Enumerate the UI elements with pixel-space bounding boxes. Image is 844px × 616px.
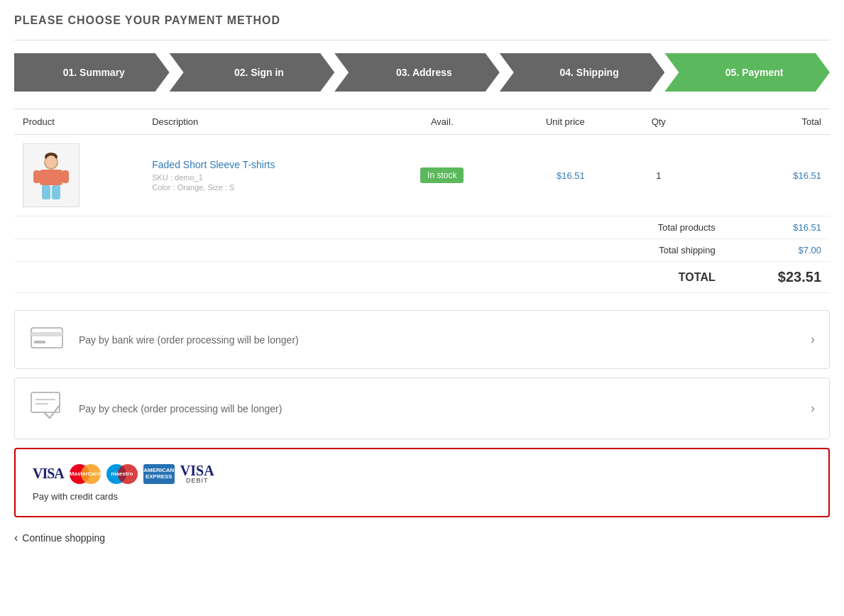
col-header-total: Total [724,109,830,135]
check-icon [29,391,65,426]
product-image-cell [14,135,143,216]
total-products-row: Total products $16.51 [14,216,830,239]
svg-rect-3 [40,170,62,185]
product-sku: SKU : demo_1 [152,173,380,182]
product-total-cell: $16.51 [724,135,830,216]
col-header-qty: Qty [593,109,724,135]
bank-wire-option[interactable]: Pay by bank wire (order processing will … [14,310,830,369]
product-name-link[interactable]: Faded Short Sleeve T-shirts [152,159,380,170]
visa-debit-logo-icon: VISA DEBIT [180,463,214,484]
product-unit-price-cell: $16.51 [495,135,593,216]
checkout-steps: 01. Summary 02. Sign in 03. Address 04. … [14,53,830,92]
amex-logo-icon: AMERICAN EXPRESS [143,464,175,484]
payment-section: Pay by bank wire (order processing will … [14,310,830,517]
check-chevron-icon: › [811,401,815,416]
title-divider [14,40,830,40]
product-availability-cell: In stock [389,135,495,216]
total-shipping-row: Total shipping $7.00 [14,239,830,262]
col-header-avail: Avail. [389,109,495,135]
total-shipping-value: $7.00 [724,239,830,262]
visa-logo-icon: VISA [33,466,64,482]
col-header-unit-price: Unit price [495,109,593,135]
back-chevron-icon: ‹ [14,532,18,544]
bank-wire-icon [29,324,65,356]
check-sublabel: (order processing will be longer) [141,403,282,414]
bank-wire-label: Pay by bank wire (order processing will … [79,334,811,346]
svg-point-2 [45,155,57,168]
grand-total-row: TOTAL $23.51 [14,262,830,293]
order-table: Product Description Avail. Unit price Qt… [14,109,830,293]
check-option[interactable]: Pay by check (order processing will be l… [14,378,830,439]
col-header-description: Description [143,109,389,135]
col-header-product: Product [14,109,143,135]
credit-card-label: Pay with credit cards [33,491,811,502]
table-row: Faded Short Sleeve T-shirts SKU : demo_1… [14,135,830,216]
product-attrs: Color : Orange, Size : S [152,183,380,192]
step-shipping[interactable]: 04. Shipping [500,53,665,92]
svg-rect-10 [34,341,45,343]
svg-rect-4 [33,170,40,183]
total-products-label: Total products [593,216,724,239]
svg-rect-6 [42,185,50,199]
grand-total-label: TOTAL [593,262,724,293]
product-qty-cell: 1 [593,135,724,216]
svg-rect-5 [62,170,69,183]
step-payment[interactable]: 05. Payment [664,53,830,92]
credit-card-option[interactable]: VISA MasterCard maestro AMERICAN EXPRESS… [14,448,830,517]
step-address[interactable]: 03. Address [334,53,500,92]
total-products-value: $16.51 [724,216,830,239]
continue-shopping-link[interactable]: ‹ Continue shopping [14,532,830,544]
check-label: Pay by check (order processing will be l… [79,403,811,414]
bank-wire-chevron-icon: › [811,332,815,347]
in-stock-badge: In stock [420,167,464,183]
step-signin[interactable]: 02. Sign in [170,53,335,92]
grand-total-value: $23.51 [724,262,830,293]
total-shipping-label: Total shipping [593,239,724,262]
step-summary[interactable]: 01. Summary [14,53,170,92]
continue-shopping-label: Continue shopping [22,532,105,544]
svg-rect-8 [31,328,62,348]
svg-rect-7 [52,185,60,199]
page-title: PLEASE CHOOSE YOUR PAYMENT METHOD [14,14,830,27]
mastercard-logo-icon: MasterCard [70,464,101,484]
maestro-logo-icon: maestro [106,464,138,484]
bank-wire-sublabel: (order processing will be longer) [158,334,299,346]
svg-rect-9 [31,332,62,336]
product-image [23,143,80,207]
card-icons-row: VISA MasterCard maestro AMERICAN EXPRESS… [33,463,811,484]
product-description-cell: Faded Short Sleeve T-shirts SKU : demo_1… [143,135,389,216]
